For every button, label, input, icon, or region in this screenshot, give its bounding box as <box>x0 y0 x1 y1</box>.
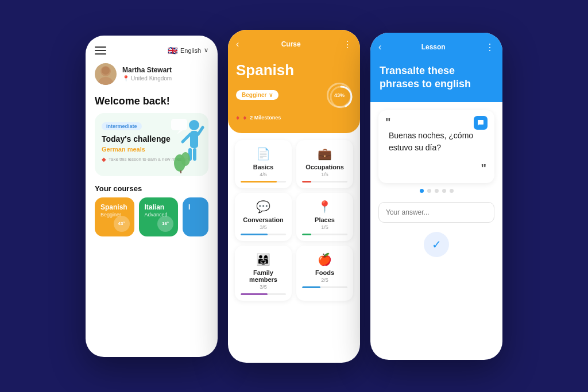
lesson-name: Conversation <box>241 216 286 223</box>
screen-title: Lesson <box>381 43 485 51</box>
course-language: Spanish <box>236 61 352 79</box>
person-illustration <box>168 116 208 173</box>
svg-marker-10 <box>177 130 183 134</box>
lesson-card-basics[interactable]: 📄 Basics 4/5 <box>235 140 292 188</box>
user-profile: Martha Stewart 📍 United Kingdom <box>86 61 218 93</box>
lesson-count: 2/5 <box>302 277 347 283</box>
quote-close-icon: " <box>386 162 486 175</box>
gem-icon: ◆ <box>102 156 106 162</box>
submit-area: ✓ <box>378 232 494 257</box>
gem-icon-2: ♦ <box>243 114 246 122</box>
profile-info: Martha Stewart 📍 United Kingdom <box>122 66 172 81</box>
lesson-count: 4/5 <box>241 172 286 177</box>
courses-row: Spanish Begginer 43° Italian Advanced 16… <box>86 197 218 236</box>
lesson-name: Foods <box>302 269 347 276</box>
dot-3[interactable] <box>435 189 439 193</box>
courses-label: Your courses <box>86 184 218 197</box>
course-name: Spanish <box>100 203 129 211</box>
lesson-card-conversation[interactable]: 💬 Conversation 3/5 <box>235 193 292 241</box>
quote-open-icon: " <box>385 116 390 129</box>
lesson-count: 3/5 <box>241 284 286 290</box>
level-badge[interactable]: Begginer ∨ <box>236 90 278 100</box>
welcome-text: Welcome back! <box>86 93 218 113</box>
lesson-question: Transalte these phrases to english <box>380 64 493 91</box>
svg-line-6 <box>198 127 203 134</box>
svg-rect-8 <box>193 148 196 161</box>
quote-card: " Buenas noches, ¿cómo estuvo su día? " <box>378 110 494 183</box>
lesson-card-occupations[interactable]: 💼 Occupations 1/5 <box>296 140 353 188</box>
pagination-dots <box>378 189 494 193</box>
course-progress: 16° <box>157 216 173 232</box>
message-icon <box>474 116 488 130</box>
phone-screen-1: 🇬🇧 English ∨ Martha Stewart 📍 United Kin… <box>86 36 218 357</box>
lesson-card-family[interactable]: 👨‍👩‍👧 Family members 3/5 <box>235 246 292 301</box>
course-card-extra[interactable]: I <box>183 197 208 236</box>
difficulty-badge: Intermediate <box>102 122 142 130</box>
more-options-button[interactable]: ⋮ <box>485 42 494 53</box>
lesson-icon-conversation: 💬 <box>241 200 286 214</box>
svg-point-2 <box>102 67 110 75</box>
lesson-icon-basics: 📄 <box>241 147 286 161</box>
lesson-body: " Buenas noches, ¿cómo estuvo su día? " … <box>370 102 502 265</box>
check-button[interactable]: ✓ <box>424 232 449 257</box>
lesson-icon-places: 📍 <box>302 200 347 214</box>
chevron-icon: ∨ <box>269 92 273 98</box>
course-name: I <box>188 203 203 211</box>
lessons-grid: 📄 Basics 4/5 💼 Occupations 1/5 💬 Convers… <box>228 133 360 308</box>
lesson-card-foods[interactable]: 🍎 Foods 2/5 <box>296 246 353 301</box>
course-progress: 43° <box>114 216 130 232</box>
lesson-count: 1/5 <box>302 172 347 177</box>
course-name: Italian <box>145 203 173 211</box>
dot-2[interactable] <box>427 189 431 193</box>
lesson-name: Occupations <box>302 164 347 170</box>
lesson-icon-occupations: 💼 <box>302 147 347 161</box>
answer-input[interactable] <box>378 202 494 223</box>
lesson-name: Basics <box>241 164 286 170</box>
svg-point-0 <box>98 77 114 85</box>
lesson-progress-bar <box>302 286 347 288</box>
svg-line-5 <box>183 134 190 142</box>
language-label: English <box>180 47 201 54</box>
location-icon: 📍 <box>122 75 129 81</box>
course-card-spanish[interactable]: Spanish Begginer 43° <box>95 197 134 236</box>
lesson-count: 1/5 <box>302 224 347 230</box>
phone-screen-2: ‹ Curse ⋮ Spanish Begginer ∨ 43% <box>228 30 360 363</box>
lesson-progress-bar <box>302 234 347 235</box>
svg-point-3 <box>189 120 199 130</box>
lesson-name: Places <box>302 216 347 223</box>
flag-icon: 🇬🇧 <box>168 46 177 55</box>
lesson-progress-bar <box>241 234 286 235</box>
profile-name: Martha Stewart <box>122 66 172 74</box>
hamburger-menu[interactable] <box>95 46 106 55</box>
dot-1[interactable] <box>420 189 424 193</box>
phone1-header: 🇬🇧 English ∨ <box>86 36 218 61</box>
lesson-name: Family members <box>241 269 286 283</box>
lesson-icon-family: 👨‍👩‍👧 <box>241 253 286 266</box>
avatar <box>95 63 117 85</box>
svg-rect-4 <box>190 131 198 148</box>
lesson-progress-bar <box>302 181 347 183</box>
course-hero: Spanish Begginer ∨ 43% ♦ ♦ 2 Milestones <box>228 56 360 133</box>
svg-rect-9 <box>171 119 187 130</box>
phone-screen-3: ‹ Lesson ⋮ Transalte these phrases to en… <box>370 33 502 360</box>
lesson-count: 3/5 <box>241 224 286 230</box>
svg-point-12 <box>181 152 190 166</box>
milestone-label: 2 Milestones <box>250 115 281 121</box>
level-row: Begginer ∨ 43% <box>236 83 352 108</box>
language-selector[interactable]: 🇬🇧 English ∨ <box>168 46 208 55</box>
challenge-card[interactable]: Intermediate Today's challenge German me… <box>95 113 208 176</box>
more-options-button[interactable]: ⋮ <box>343 39 352 50</box>
milestone-row: ♦ ♦ 2 Milestones <box>236 114 352 122</box>
lesson-icon-foods: 🍎 <box>302 253 347 266</box>
lesson-progress-bar <box>241 293 286 295</box>
chevron-down-icon: ∨ <box>204 46 208 54</box>
lesson-card-places[interactable]: 📍 Places 1/5 <box>296 193 353 241</box>
phone2-header: ‹ Curse ⋮ <box>228 30 360 56</box>
screen-title: Curse <box>239 40 343 48</box>
dot-4[interactable] <box>442 189 446 193</box>
dot-5[interactable] <box>450 189 454 193</box>
gem-icon-1: ♦ <box>236 114 239 122</box>
progress-circle: 43% <box>327 83 352 108</box>
course-card-italian[interactable]: Italian Advanced 16° <box>139 197 179 236</box>
profile-location: 📍 United Kingdom <box>122 75 172 81</box>
